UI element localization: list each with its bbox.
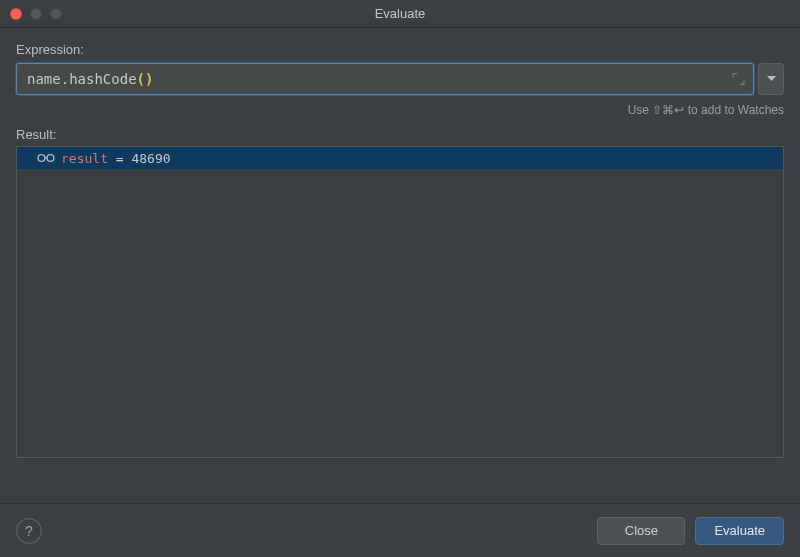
expand-editor-icon[interactable] bbox=[732, 73, 745, 86]
result-panel[interactable]: result = 48690 bbox=[16, 146, 784, 458]
help-button[interactable]: ? bbox=[16, 518, 42, 544]
dialog-content: Expression: name.hashCode() Use ⇧⌘↩ to a… bbox=[0, 28, 800, 470]
result-label: Result: bbox=[16, 127, 784, 142]
svg-point-0 bbox=[38, 155, 45, 162]
evaluate-button[interactable]: Evaluate bbox=[695, 517, 784, 545]
titlebar[interactable]: Evaluate bbox=[0, 0, 800, 28]
window-controls bbox=[10, 8, 62, 20]
watches-hint: Use ⇧⌘↩ to add to Watches bbox=[16, 103, 784, 117]
zoom-window-icon bbox=[50, 8, 62, 20]
close-window-icon[interactable] bbox=[10, 8, 22, 20]
expression-label: Expression: bbox=[16, 42, 784, 57]
expression-history-dropdown[interactable] bbox=[758, 63, 784, 95]
minimize-window-icon bbox=[30, 8, 42, 20]
close-button[interactable]: Close bbox=[597, 517, 685, 545]
paren-close: ) bbox=[145, 71, 153, 87]
result-value: 48690 bbox=[131, 151, 170, 166]
paren-open: ( bbox=[137, 71, 145, 87]
result-row[interactable]: result = 48690 bbox=[17, 147, 783, 169]
window-title: Evaluate bbox=[8, 6, 792, 21]
result-equals: = bbox=[108, 151, 131, 166]
expression-row: name.hashCode() bbox=[16, 63, 784, 95]
result-variable-name: result bbox=[61, 151, 108, 166]
dialog-footer: ? Close Evaluate bbox=[0, 503, 800, 557]
expression-input[interactable]: name.hashCode() bbox=[16, 63, 754, 95]
svg-point-1 bbox=[47, 155, 54, 162]
watch-glasses-icon bbox=[37, 153, 55, 163]
expression-code: name.hashCode bbox=[27, 71, 137, 87]
